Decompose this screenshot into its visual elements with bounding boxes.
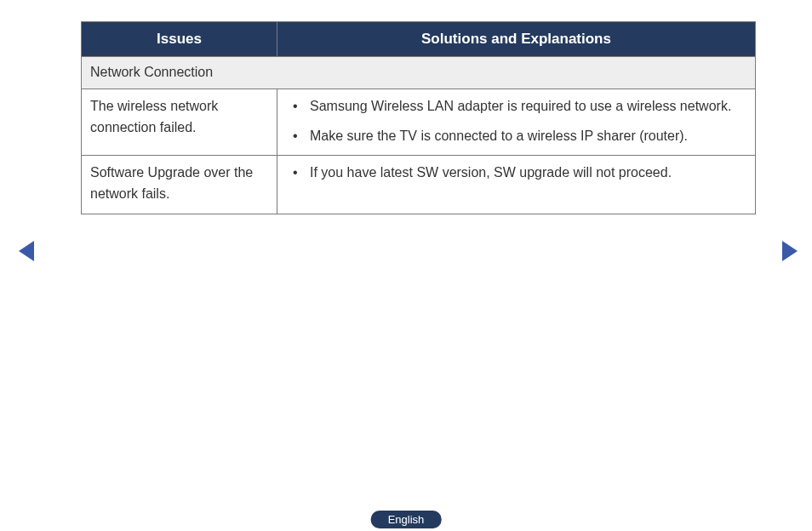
header-solutions: Solutions and Explanations [277, 22, 756, 57]
list-item: If you have latest SW version, SW upgrad… [286, 163, 746, 184]
troubleshooting-table-container: Issues Solutions and Explanations Networ… [81, 21, 756, 214]
list-item: Samsung Wireless LAN adapter is required… [286, 96, 746, 117]
troubleshooting-table: Issues Solutions and Explanations Networ… [81, 21, 756, 214]
solution-list: If you have latest SW version, SW upgrad… [286, 163, 746, 184]
solution-list: Samsung Wireless LAN adapter is required… [286, 96, 746, 147]
solution-cell: Samsung Wireless LAN adapter is required… [277, 88, 756, 156]
language-indicator: English [371, 511, 442, 528]
header-issues: Issues [82, 22, 277, 57]
table-row: Software Upgrade over the network fails.… [82, 156, 756, 214]
next-page-button[interactable] [782, 241, 798, 261]
previous-page-button[interactable] [19, 241, 34, 261]
section-row-network-connection: Network Connection [82, 57, 756, 89]
table-row: The wireless network connection failed. … [82, 88, 756, 156]
list-item: Make sure the TV is connected to a wirel… [286, 126, 746, 147]
solution-cell: If you have latest SW version, SW upgrad… [277, 156, 756, 214]
section-label: Network Connection [82, 57, 756, 89]
issue-cell: Software Upgrade over the network fails. [82, 156, 277, 214]
issue-cell: The wireless network connection failed. [82, 88, 277, 156]
